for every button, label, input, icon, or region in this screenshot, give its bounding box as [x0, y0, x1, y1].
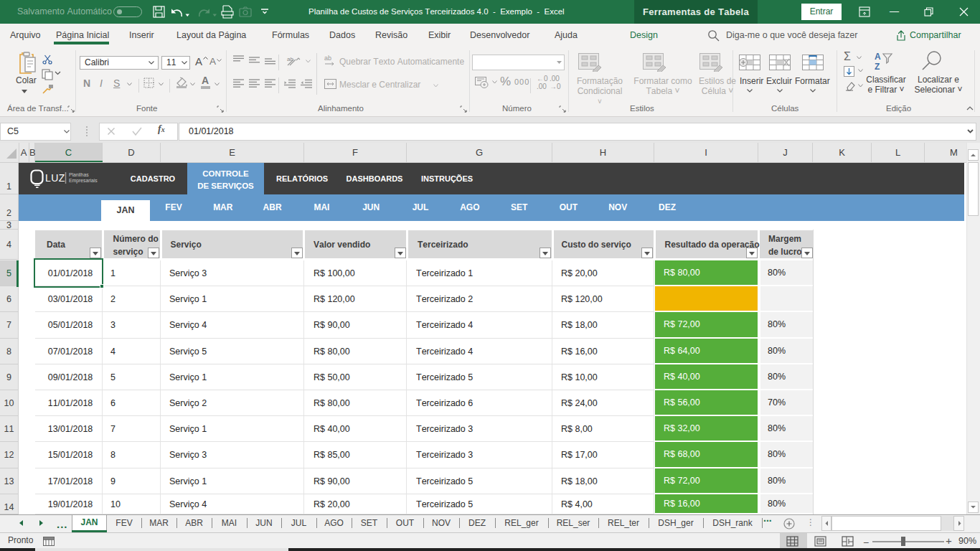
- svg-text:ab: ab: [324, 55, 331, 62]
- svg-text:Z: Z: [875, 62, 880, 72]
- svg-text:Planilhas: Planilhas: [69, 172, 89, 177]
- svg-text:LUZ: LUZ: [45, 172, 65, 184]
- svg-text:A: A: [875, 52, 881, 62]
- svg-text:Empresariais: Empresariais: [69, 178, 98, 184]
- svg-text:ab: ab: [287, 56, 293, 62]
